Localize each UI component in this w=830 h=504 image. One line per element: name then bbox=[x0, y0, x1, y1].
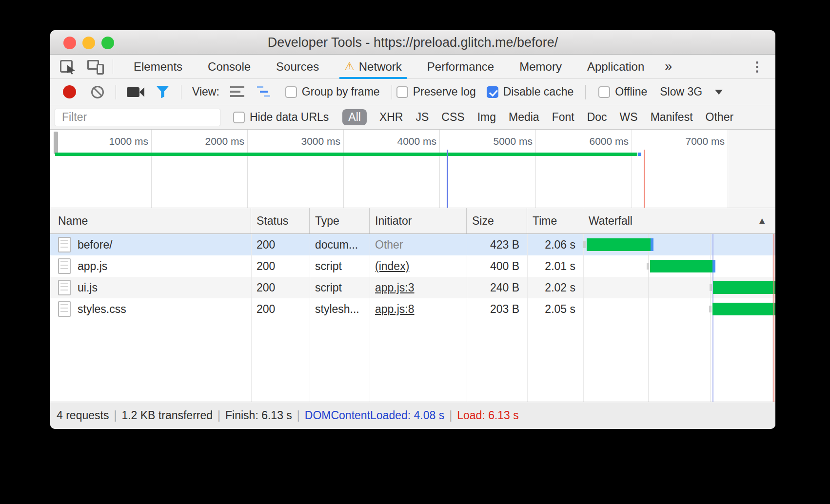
screenshot-capture-icon[interactable] bbox=[127, 87, 144, 97]
document-icon bbox=[58, 280, 71, 295]
filter-chip-img[interactable]: Img bbox=[477, 111, 496, 124]
filter-chip-js[interactable]: JS bbox=[415, 111, 429, 124]
column-header-initiator[interactable]: Initiator bbox=[370, 208, 467, 233]
disable-cache-label[interactable]: Disable cache bbox=[503, 85, 573, 98]
waterfall-bar[interactable] bbox=[713, 281, 775, 294]
main-tabbar: ElementsConsoleSources⚠NetworkPerformanc… bbox=[50, 55, 775, 79]
status-cell: 200 bbox=[251, 234, 310, 255]
tab-console[interactable]: Console bbox=[205, 55, 254, 79]
ruler-tick-label: 2000 ms bbox=[147, 136, 244, 147]
filter-chip-media[interactable]: Media bbox=[509, 111, 539, 124]
type-cell: script bbox=[310, 277, 370, 298]
filter-input[interactable] bbox=[55, 109, 220, 126]
clear-icon[interactable] bbox=[91, 86, 104, 98]
tab-memory[interactable]: Memory bbox=[516, 55, 565, 79]
preserve-log-label[interactable]: Preserve log bbox=[413, 85, 476, 98]
column-header-size[interactable]: Size bbox=[467, 208, 527, 233]
group-by-frame-label[interactable]: Group by frame bbox=[302, 85, 380, 98]
main-menu-kebab-icon[interactable]: ⋮ bbox=[747, 55, 768, 79]
column-divider bbox=[310, 234, 310, 402]
column-header-status[interactable]: Status bbox=[251, 208, 310, 233]
waterfall-bar[interactable] bbox=[650, 260, 712, 272]
initiator-link[interactable]: app.js:8 bbox=[375, 303, 415, 316]
network-toolbar: View: Group by frame Preserve log Disabl… bbox=[50, 79, 775, 105]
tab-label: Console bbox=[208, 60, 251, 74]
tab-label: Performance bbox=[427, 60, 494, 74]
preserve-log-checkbox[interactable] bbox=[396, 86, 408, 98]
filter-chip-css[interactable]: CSS bbox=[441, 111, 464, 124]
tab-application[interactable]: Application bbox=[584, 55, 647, 79]
size-cell: 203 B bbox=[467, 298, 527, 320]
filter-chip-doc[interactable]: Doc bbox=[587, 111, 607, 124]
column-header-name[interactable]: Name bbox=[50, 208, 251, 233]
waterfall-queue-tick bbox=[583, 241, 586, 248]
titlebar: Developer Tools - https://preload.glitch… bbox=[50, 30, 775, 55]
waterfall-bar[interactable] bbox=[712, 303, 775, 315]
request-row[interactable]: ui.js200scriptapp.js:3240 B2.02 s bbox=[50, 277, 775, 298]
column-header-type[interactable]: Type bbox=[310, 208, 370, 233]
column-header-waterfall[interactable]: Waterfall▲ bbox=[583, 208, 775, 233]
divider bbox=[585, 85, 586, 99]
filter-chip-all[interactable]: All bbox=[342, 109, 367, 125]
initiator-link[interactable]: (index) bbox=[375, 260, 409, 273]
type-cell: docum... bbox=[310, 234, 370, 255]
document-icon bbox=[58, 301, 71, 317]
filter-chip-ws[interactable]: WS bbox=[620, 111, 638, 124]
tab-label: Memory bbox=[519, 60, 562, 74]
size-cell: 423 B bbox=[467, 234, 527, 255]
disable-cache-checkbox[interactable] bbox=[487, 86, 498, 98]
column-divider bbox=[370, 234, 370, 402]
overview-left-handle[interactable] bbox=[54, 132, 58, 154]
size-cell: 240 B bbox=[467, 277, 527, 298]
waterfall-bar[interactable] bbox=[587, 238, 651, 251]
hide-data-urls-label[interactable]: Hide data URLs bbox=[250, 111, 329, 124]
tab-network[interactable]: ⚠Network bbox=[341, 55, 405, 79]
ruler-tick-label: 7000 ms bbox=[627, 136, 725, 147]
status-separator: | bbox=[217, 409, 220, 422]
request-name-cell: before/ bbox=[50, 234, 251, 255]
throttling-caret-icon[interactable] bbox=[715, 90, 723, 95]
device-toolbar-icon[interactable] bbox=[87, 59, 105, 75]
column-divider bbox=[467, 234, 467, 402]
ruler-tick-label: 5000 ms bbox=[435, 136, 533, 147]
hide-data-urls-checkbox[interactable] bbox=[233, 112, 245, 123]
initiator-link[interactable]: app.js:3 bbox=[375, 281, 415, 294]
more-tabs-chevron[interactable]: » bbox=[665, 59, 672, 74]
timeline-overview[interactable]: 1000 ms2000 ms3000 ms4000 ms5000 ms6000 … bbox=[50, 130, 775, 208]
request-row[interactable]: before/200docum...Other423 B2.06 s bbox=[50, 234, 775, 255]
size-cell: 400 B bbox=[467, 255, 527, 277]
tab-performance[interactable]: Performance bbox=[424, 55, 497, 79]
ruler-gridline bbox=[728, 130, 728, 208]
tab-sources[interactable]: Sources bbox=[273, 55, 322, 79]
inspect-element-icon[interactable] bbox=[60, 59, 77, 75]
filter-chip-manifest[interactable]: Manifest bbox=[651, 111, 693, 124]
time-cell: 2.01 s bbox=[527, 255, 583, 277]
waterfall-download-cap bbox=[651, 238, 653, 251]
offline-checkbox[interactable] bbox=[598, 86, 610, 98]
show-overview-icon[interactable] bbox=[257, 86, 273, 97]
initiator-cell: Other bbox=[370, 234, 467, 255]
filter-bar: Hide data URLs AllXHRJSCSSImgMediaFontDo… bbox=[50, 105, 775, 130]
tab-elements[interactable]: Elements bbox=[131, 55, 185, 79]
filter-chip-other[interactable]: Other bbox=[706, 111, 734, 124]
column-header-time[interactable]: Time bbox=[527, 208, 583, 233]
initiator-cell: (index) bbox=[370, 255, 467, 277]
filter-chip-xhr[interactable]: XHR bbox=[379, 111, 403, 124]
filter-icon[interactable] bbox=[156, 86, 169, 98]
status-separator: | bbox=[297, 409, 300, 422]
camera-lens bbox=[139, 87, 144, 97]
throttling-select[interactable]: Slow 3G bbox=[660, 85, 702, 98]
status-separator: | bbox=[449, 409, 452, 422]
offline-label[interactable]: Offline bbox=[615, 85, 647, 98]
waterfall-gridline bbox=[648, 234, 649, 402]
group-by-frame-checkbox[interactable] bbox=[285, 86, 297, 98]
sort-ascending-icon[interactable]: ▲ bbox=[757, 208, 767, 233]
request-row[interactable]: styles.css200stylesh...app.js:8203 B2.05… bbox=[50, 298, 775, 320]
filter-chip-font[interactable]: Font bbox=[552, 111, 574, 124]
tab-label: Network bbox=[359, 60, 402, 74]
large-request-rows-icon[interactable] bbox=[230, 86, 244, 97]
tabbar-left-icons bbox=[60, 59, 113, 75]
tab-label: Sources bbox=[276, 60, 319, 74]
record-button[interactable] bbox=[63, 85, 76, 98]
ruler-tick-label: 3000 ms bbox=[243, 136, 340, 147]
